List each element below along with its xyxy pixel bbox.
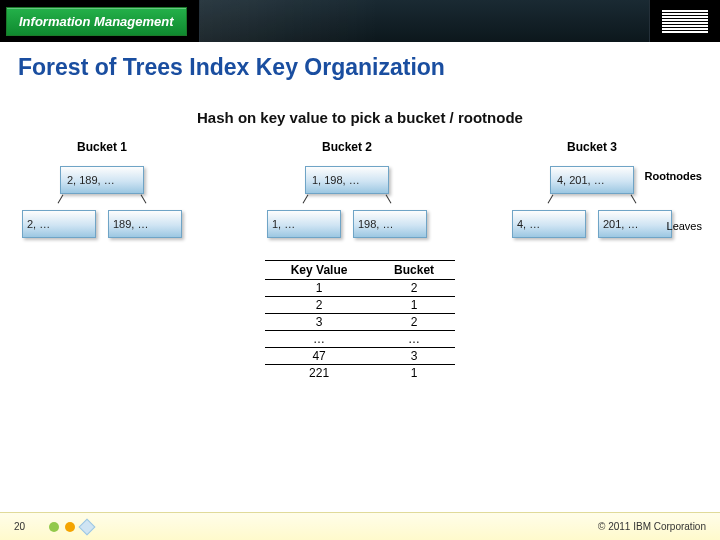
table-cell: 221 [265,365,373,382]
table-row: …… [265,331,455,348]
bucket-names-row: Bucket 1 Bucket 2 Bucket 3 [18,140,702,154]
table-cell: 3 [373,348,455,365]
copyright: © 2011 IBM Corporation [598,521,706,532]
leaf-box: 198, … [353,210,427,238]
table-cell: 2 [373,314,455,331]
top-banner: Information Management [0,0,720,42]
table-header: Key Value [265,261,373,280]
tree-connector [22,194,182,204]
table-cell: 2 [265,297,373,314]
table-row: 2211 [265,365,455,382]
footer-decoration [49,521,93,533]
leaf-box: 1, … [267,210,341,238]
bucket-name: Bucket 3 [512,140,672,154]
slide-title: Forest of Trees Index Key Organization [0,42,720,87]
ibm-logo [662,10,708,33]
table-cell: 47 [265,348,373,365]
rootnodes-row: 2, 189, … 1, 198, … 4, 201, … Rootnodes [18,160,702,194]
leaf-box: 201, … [598,210,672,238]
leaf-box: 2, … [22,210,96,238]
leaf-box: 189, … [108,210,182,238]
slide-content: Hash on key value to pick a bucket / roo… [0,109,720,539]
rootnode-box: 1, 198, … [305,166,389,194]
key-bucket-table: Key Value Bucket 12 21 32 …… 473 2211 [265,260,455,381]
rootnode-box: 4, 201, … [550,166,634,194]
footer: 20 © 2011 IBM Corporation [0,512,720,540]
banner-decoration [199,0,650,42]
connectors-row [18,194,702,204]
leaves-row: 2, … 189, … 1, … 198, … 4, … 201, … Leav… [18,210,702,238]
table-row: 21 [265,297,455,314]
dot-icon [49,522,59,532]
table-row: 32 [265,314,455,331]
bucket-name: Bucket 1 [22,140,182,154]
table-cell: … [373,331,455,348]
table-cell: … [265,331,373,348]
square-icon [79,518,96,535]
table-cell: 2 [373,280,455,297]
tree-connector [512,194,672,204]
dot-icon [65,522,75,532]
table-row: 12 [265,280,455,297]
bucket-name: Bucket 2 [267,140,427,154]
leaves-label: Leaves [667,220,702,232]
rootnode-box: 2, 189, … [60,166,144,194]
table-cell: 1 [373,297,455,314]
table-cell: 3 [265,314,373,331]
table-header: Bucket [373,261,455,280]
table-cell: 1 [373,365,455,382]
leaf-box: 4, … [512,210,586,238]
hash-heading: Hash on key value to pick a bucket / roo… [18,109,702,126]
brand-badge: Information Management [6,7,187,36]
rootnodes-label: Rootnodes [645,170,702,182]
table-row: 473 [265,348,455,365]
page-number: 20 [14,521,25,532]
table-cell: 1 [265,280,373,297]
tree-connector [267,194,427,204]
